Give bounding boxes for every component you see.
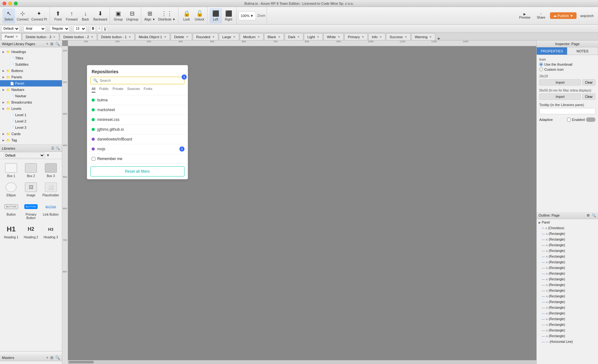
outline-item-8[interactable]: —A(Rectangle) (537, 271, 598, 277)
tab-medium-close-icon[interactable]: ✕ (257, 35, 260, 39)
left-align-button[interactable]: ⬛ Left (209, 8, 222, 23)
backward-button[interactable]: ⬇ Backward (92, 8, 108, 23)
canvas-scrollbar-h[interactable] (68, 360, 536, 364)
outline-item-13[interactable]: —A(Rectangle) (537, 299, 598, 305)
repo-item-jgthms[interactable]: jgthms.github.io (87, 125, 188, 134)
tab-black[interactable]: Black ✕ (264, 33, 284, 40)
import-56-button[interactable]: Import (539, 93, 581, 100)
outline-item-19[interactable]: —A(Rectangle) (537, 333, 598, 339)
font-select[interactable]: Arial (24, 26, 46, 32)
lib-item-link-button[interactable]: BUTTON Link Button (41, 200, 60, 221)
tree-item-breadcrumbs[interactable]: ▶📁Breadcrumbs (0, 99, 62, 105)
forward-button[interactable]: ↑ Forward (65, 8, 79, 23)
use-thumbnail-option[interactable]: Use the thumbnail (539, 63, 572, 66)
tab-delete-3-close-icon[interactable]: ✕ (53, 35, 56, 39)
ungroup-button[interactable]: ⊟ Ungroup (125, 8, 139, 23)
lib-item-h1[interactable]: H1 Heading 1 (2, 222, 21, 240)
tab-dark[interactable]: Dark ✕ (285, 33, 303, 40)
outline-item-11[interactable]: —A(Rectangle) (537, 288, 598, 294)
tab-delete-2-close-icon[interactable]: ✕ (91, 35, 94, 39)
masters-add-icon[interactable]: + (46, 355, 48, 360)
repo-remember-checkbox[interactable] (92, 157, 95, 161)
lib-item-box2[interactable]: Box 2 (22, 161, 40, 179)
unlock-button[interactable]: 🔓 Unlock (193, 8, 206, 23)
tab-media-object[interactable]: Media Object 1 ✕ (135, 33, 170, 40)
outline-root[interactable]: ▶Panel (537, 220, 598, 225)
lib-item-image[interactable]: 🖼 Image (22, 180, 40, 198)
minimize-button[interactable] (8, 2, 12, 5)
tab-white-close-icon[interactable]: ✕ (338, 35, 340, 39)
tab-rounded[interactable]: Rounded ✕ (193, 33, 218, 40)
repo-tab-public[interactable]: Public (99, 87, 109, 92)
tab-info[interactable]: Info ✕ (368, 33, 385, 40)
tree-item-tag[interactable]: ▶📁Tag (0, 137, 62, 143)
lib-item-box3[interactable]: Box 3 (41, 161, 60, 179)
tab-success-close-icon[interactable]: ✕ (405, 35, 407, 39)
lock-button[interactable]: 🔒 Lock (180, 8, 193, 23)
outline-item-14[interactable]: —A(Rectangle) (537, 305, 598, 311)
tree-item-levels[interactable]: ▶📁Levels (0, 105, 62, 112)
tab-warning[interactable]: Warning ✕ (411, 33, 436, 40)
lib-item-h2[interactable]: H2 Heading 2 (22, 222, 40, 240)
clear-28-button[interactable]: Clear (582, 79, 595, 86)
outline-item-7[interactable]: —A(Rectangle) (537, 265, 598, 271)
tab-delete-1[interactable]: Delete button - 1 ✕ (98, 33, 135, 40)
tab-panel-close-icon[interactable]: ✕ (15, 35, 18, 38)
repo-search-input[interactable] (100, 79, 182, 82)
repo-item-daniello[interactable]: daniellowtw/infBoard (87, 134, 188, 144)
select-button[interactable]: ↖ Select (3, 8, 15, 23)
tab-media-close-icon[interactable]: ✕ (164, 35, 166, 39)
tab-warning-close-icon[interactable]: ✕ (429, 35, 432, 39)
outline-item-17[interactable]: —A(Rectangle) (537, 322, 598, 328)
italic-button[interactable]: I (97, 26, 101, 32)
outline-item-5[interactable]: —A(Rectangle) (537, 254, 598, 260)
front-button[interactable]: ⬆ Front (52, 8, 64, 23)
import-28-button[interactable]: Import (539, 79, 581, 86)
library-chevron-icon[interactable]: ▼ (46, 153, 50, 158)
distribute-button[interactable]: ⋮⋮ Distribute ▼ (157, 8, 177, 23)
search-pages-icon[interactable]: 🔍 (55, 42, 60, 46)
publish-button[interactable]: ☁ Publish ▼ (550, 12, 577, 19)
outline-item-15[interactable]: —A(Rectangle) (537, 311, 598, 316)
repo-tab-forks[interactable]: Forks (144, 87, 153, 92)
outline-item-4[interactable]: —A(Rectangle) (537, 248, 598, 254)
repo-item-mojs[interactable]: mojs 2 (87, 144, 188, 154)
connect-pt-button[interactable]: ✦ Connect Pt (30, 8, 48, 23)
tree-item-subtitles[interactable]: 📄Subtitles (0, 61, 62, 68)
tab-delete-3[interactable]: Delete button - 3 ✕ (22, 33, 59, 40)
outline-search-icon[interactable]: 🔍 (592, 213, 596, 218)
tree-item-level-2[interactable]: 📄Level 2 (0, 118, 62, 124)
tree-item-titles[interactable]: 📄Titles (0, 55, 62, 61)
insp-tab-properties[interactable]: PROPERTIES (537, 47, 567, 55)
tab-delete-2[interactable]: Delete button - 2 ✕ (60, 33, 97, 40)
tree-item-level-3[interactable]: 📄Level 3 (0, 124, 62, 131)
library-select[interactable]: Default (4, 152, 45, 158)
tooltip-input[interactable] (539, 108, 595, 114)
group-button[interactable]: ▣ Group (112, 8, 124, 23)
tab-white[interactable]: White ✕ (323, 33, 344, 40)
outline-item-0[interactable]: ✓A(Checkbox) (537, 225, 598, 231)
add-page-icon[interactable]: + (46, 42, 48, 46)
tab-delete[interactable]: Delete ✕ (171, 33, 192, 40)
tree-item-buttons[interactable]: ▶📁Buttons (0, 68, 62, 74)
outline-item-18[interactable]: —A(Rectangle) (537, 328, 598, 333)
close-button[interactable] (3, 2, 6, 5)
repo-item-bulma[interactable]: bulma (87, 95, 188, 105)
style-select[interactable]: Default (1, 26, 20, 32)
tab-info-close-icon[interactable]: ✕ (379, 35, 382, 39)
right-align-button[interactable]: ⬛ Right (222, 8, 235, 23)
tab-light-close-icon[interactable]: ✕ (317, 35, 319, 39)
tab-primary[interactable]: Primary ✕ (344, 33, 368, 40)
tab-medium[interactable]: Medium ✕ (240, 33, 263, 40)
tree-item-headings[interactable]: ▶📁Headings (0, 49, 62, 55)
outline-item-16[interactable]: —A(Rectangle) (537, 316, 598, 322)
outline-item-12[interactable]: —A(Rectangle) (537, 294, 598, 299)
tree-item-level-1[interactable]: 📄Level 1 (0, 112, 62, 118)
masters-dup-icon[interactable]: ⊞ (50, 355, 53, 360)
weight-select[interactable]: Regular (50, 26, 69, 32)
underline-button[interactable]: U (102, 26, 108, 32)
outline-item-20[interactable]: ——(Horizontal Line) (537, 339, 598, 345)
tree-item-cards[interactable]: ▶📁Cards (0, 131, 62, 137)
repo-tab-sources[interactable]: Sources (127, 87, 140, 92)
tab-panel[interactable]: Panel ✕ (1, 33, 21, 40)
